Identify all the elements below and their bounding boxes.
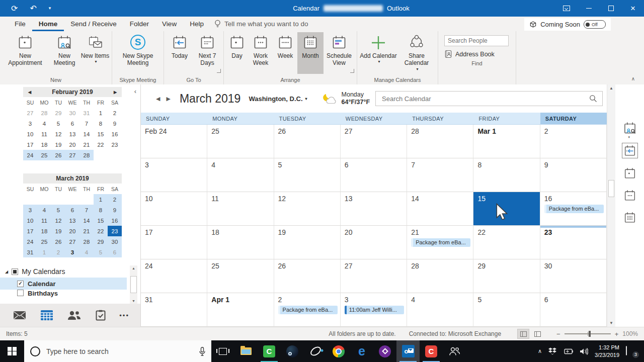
mini-calendar-day[interactable]: 14	[79, 215, 94, 226]
today-button[interactable]: Today	[166, 32, 193, 74]
schedule-view-button[interactable]: Schedule View	[324, 32, 355, 74]
calendar-day-cell[interactable]: 22	[473, 226, 540, 259]
search-people-input[interactable]	[444, 35, 509, 46]
zoom-slider-thumb[interactable]	[589, 331, 591, 337]
chrome-button[interactable]	[327, 340, 350, 362]
tab-view[interactable]: View	[155, 17, 183, 31]
mini-calendar-day[interactable]: 2	[108, 108, 122, 118]
send-receive-icon[interactable]: ⟳	[11, 5, 18, 13]
calendar-checkbox[interactable]: ✓	[17, 281, 24, 287]
mini-calendar-day[interactable]: 27	[65, 150, 79, 160]
calendar-day-cell[interactable]: 12	[274, 192, 341, 226]
more-options-icon[interactable]: •••	[119, 312, 129, 319]
calendar-list-item[interactable]: ✓ Calendar	[0, 278, 127, 290]
mini-calendar-day[interactable]: 11	[37, 215, 51, 226]
calendar-day-cell[interactable]: 2	[540, 125, 607, 158]
reading-view-button[interactable]	[531, 329, 543, 339]
next-month-icon[interactable]: ▶	[109, 90, 122, 95]
calendar-day-cell[interactable]: 8	[473, 158, 540, 192]
rail-day-view-button[interactable]	[622, 166, 637, 180]
calendar-day-cell[interactable]: 28	[407, 125, 473, 158]
birthdays-list-item[interactable]: Birthdays	[0, 290, 127, 298]
mini-calendar-day[interactable]: 5	[51, 205, 65, 215]
mini-calendar-day[interactable]: 6	[108, 247, 122, 257]
mini-calendar-day[interactable]: 15	[94, 215, 108, 226]
mini-calendar-day[interactable]: 12	[51, 215, 65, 226]
mini-calendar-day[interactable]: 20	[65, 139, 79, 150]
calendar-day-cell[interactable]: 19	[274, 226, 341, 259]
calendar-day-cell[interactable]: 26	[274, 259, 341, 293]
minimize-folder-pane-icon[interactable]: ‹	[134, 87, 136, 95]
mini-calendar-day[interactable]: 16	[108, 129, 122, 139]
calendar-day-cell[interactable]: 16Package from eBa...	[540, 192, 607, 226]
mini-calendar-day[interactable]: 8	[94, 118, 108, 129]
scroll-up-icon[interactable]: ▲	[609, 86, 613, 90]
expander-icon[interactable]: ◢	[5, 269, 8, 274]
month-view-button[interactable]: Month	[297, 32, 324, 74]
day-view-button[interactable]: Day	[226, 32, 248, 74]
calendar-day-cell[interactable]: 2Package from eBa...	[274, 293, 341, 327]
mini-calendar-day[interactable]: 1	[94, 194, 108, 205]
calendar-day-cell[interactable]: Apr 1	[207, 293, 274, 327]
calendar-day-cell[interactable]: 27	[341, 259, 407, 293]
mini-calendar-day[interactable]: 4	[37, 118, 51, 129]
calendar-day-cell[interactable]: 11	[207, 192, 274, 226]
mini-calendar-day[interactable]: 17	[23, 139, 37, 150]
mini-calendar-day[interactable]: 6	[65, 118, 79, 129]
clock[interactable]: 1:32 PM 3/23/2019	[595, 344, 619, 358]
weather-widget[interactable]: Monday 64°F/37°F	[321, 91, 370, 107]
calendar-day-cell[interactable]: 7	[407, 158, 473, 192]
search-calendar-input[interactable]	[381, 95, 589, 103]
arrange-dialog-launcher-icon[interactable]	[350, 69, 354, 73]
speaker-icon[interactable]	[580, 348, 588, 355]
sidebar-scrollbar[interactable]: ▲ ▼	[130, 265, 137, 304]
dropbox-icon[interactable]	[548, 347, 556, 355]
new-meeting-button[interactable]: New Meeting	[48, 32, 80, 74]
file-explorer-button[interactable]	[234, 340, 258, 362]
calendar-nav-button[interactable]	[38, 307, 55, 324]
taskbar-search-input[interactable]	[45, 347, 194, 356]
mini-calendar-day[interactable]: 19	[51, 139, 65, 150]
show-hidden-icons-button[interactable]: ∧	[538, 348, 542, 354]
mini-calendar-day[interactable]: 20	[65, 226, 79, 236]
snipping-tool-button[interactable]	[304, 340, 327, 362]
mini-calendar-day[interactable]: 21	[79, 226, 94, 236]
mail-nav-button[interactable]	[11, 307, 28, 324]
calendar-day-cell[interactable]: Feb 24	[141, 125, 207, 158]
calendar-day-cell[interactable]: 3	[141, 158, 207, 192]
scroll-up-icon[interactable]: ▲	[132, 266, 135, 270]
mini-calendar-day[interactable]: 3	[23, 205, 37, 215]
search-icon[interactable]	[589, 95, 597, 103]
calendar-day-cell[interactable]: 10	[141, 192, 207, 226]
restore-button[interactable]	[600, 0, 622, 17]
mini-calendar-day[interactable]: 4	[37, 205, 51, 215]
mini-calendar-day[interactable]: 28	[37, 108, 51, 118]
scroll-down-icon[interactable]: ▼	[609, 321, 613, 325]
microphone-icon[interactable]	[199, 347, 205, 356]
tasks-nav-button[interactable]	[92, 307, 109, 324]
mini-calendar-day[interactable]: 6	[65, 205, 79, 215]
people-taskbar-button[interactable]	[443, 340, 466, 362]
steam-button[interactable]	[281, 340, 304, 362]
calendar-scrollbar[interactable]: ▲ ▼	[607, 84, 615, 327]
previous-appointment-icon[interactable]: ◀	[153, 94, 163, 104]
calendar-day-cell[interactable]: 13	[341, 192, 407, 226]
mini-calendar-day[interactable]: 21	[79, 139, 94, 150]
calendar-day-cell[interactable]: 9	[540, 158, 607, 192]
mini-calendar-day[interactable]: 9	[108, 205, 122, 215]
tab-file[interactable]: File	[8, 17, 32, 31]
mini-calendar-day[interactable]: 2	[51, 247, 65, 257]
tab-folder[interactable]: Folder	[123, 17, 155, 31]
mini-calendar-day[interactable]: 10	[23, 215, 37, 226]
ribbon-display-options-button[interactable]	[555, 0, 578, 17]
calendar-day-cell[interactable]: 29	[473, 259, 540, 293]
rail-new-meeting-button[interactable]: ▾	[622, 121, 637, 135]
calendar-day-cell[interactable]: 25	[207, 125, 274, 158]
mini-calendar-day[interactable]: 25	[37, 150, 51, 160]
rail-week-view-button[interactable]	[622, 188, 637, 203]
coming-soon-control[interactable]: Coming Soon Off	[524, 18, 611, 31]
calendar-day-cell[interactable]: 311:00am Jeff Willi...	[341, 293, 407, 327]
mini-calendar-day[interactable]: 22	[94, 139, 108, 150]
tab-home[interactable]: Home	[32, 17, 64, 31]
new-appointment-button[interactable]: New Appointment	[2, 32, 48, 74]
